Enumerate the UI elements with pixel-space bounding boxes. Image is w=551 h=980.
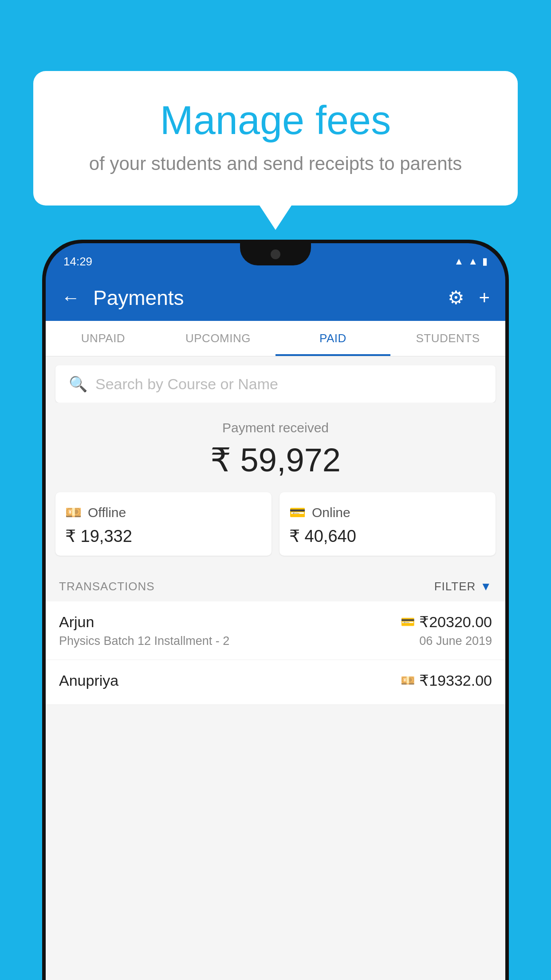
app-bar-actions: ⚙ + xyxy=(448,287,490,308)
offline-card-header: 💴 Offline xyxy=(65,505,262,520)
app-bar: ← Payments ⚙ + xyxy=(46,274,505,321)
online-label: Online xyxy=(312,505,350,520)
payment-cards: 💴 Offline ₹ 19,332 💳 Online ₹ 40,640 xyxy=(46,492,505,569)
transactions-header: TRANSACTIONS FILTER ▼ xyxy=(46,569,505,601)
search-bar[interactable]: 🔍 Search by Course or Name xyxy=(55,365,496,403)
offline-card: 💴 Offline ₹ 19,332 xyxy=(55,492,272,556)
tab-upcoming[interactable]: UPCOMING xyxy=(161,321,276,356)
online-card-header: 💳 Online xyxy=(289,505,486,520)
online-amount: ₹ 40,640 xyxy=(289,526,486,546)
offline-icon: 💴 xyxy=(65,505,82,520)
tabs: UNPAID UPCOMING PAID STUDENTS xyxy=(46,321,505,356)
filter-icon: ▼ xyxy=(480,580,492,593)
transaction-description: Physics Batch 12 Installment - 2 xyxy=(59,634,229,648)
camera xyxy=(271,249,280,259)
transaction-name: Anupriya xyxy=(59,672,118,689)
bubble-subtitle: of your students and send receipts to pa… xyxy=(69,153,482,174)
table-row[interactable]: Arjun 💳 ₹20320.00 Physics Batch 12 Insta… xyxy=(46,601,505,660)
offline-amount: ₹ 19,332 xyxy=(65,526,262,546)
signal-icon: ▲ xyxy=(468,256,478,267)
add-icon[interactable]: + xyxy=(479,287,490,308)
filter-button[interactable]: FILTER ▼ xyxy=(434,580,492,593)
content-area: 🔍 Search by Course or Name Payment recei… xyxy=(46,356,505,980)
tab-students[interactable]: STUDENTS xyxy=(390,321,505,356)
table-row[interactable]: Anupriya 💴 ₹19332.00 xyxy=(46,660,505,705)
tab-paid[interactable]: PAID xyxy=(276,321,390,356)
payment-summary: Payment received ₹ 59,972 xyxy=(46,403,505,492)
status-icons: ▲ ▲ ▮ xyxy=(454,256,488,267)
search-icon: 🔍 xyxy=(69,375,87,393)
settings-icon[interactable]: ⚙ xyxy=(448,287,464,308)
transaction-amount: ₹20320.00 xyxy=(419,613,492,631)
tab-unpaid[interactable]: UNPAID xyxy=(46,321,161,356)
payment-amount: ₹ 59,972 xyxy=(55,441,496,479)
battery-icon: ▮ xyxy=(482,256,488,267)
search-input[interactable]: Search by Course or Name xyxy=(95,375,278,393)
transaction-type-icon: 💳 xyxy=(401,615,415,629)
online-icon: 💳 xyxy=(289,505,306,520)
transactions-label: TRANSACTIONS xyxy=(59,580,155,593)
phone-inner: 14:29 ▲ ▲ ▮ ← Payments ⚙ + UNPAID UPCOMI… xyxy=(46,243,505,980)
transaction-name: Arjun xyxy=(59,613,94,631)
bubble-title: Manage fees xyxy=(69,98,482,143)
offline-label: Offline xyxy=(88,505,126,520)
transaction-amount: ₹19332.00 xyxy=(419,672,492,689)
payment-received-label: Payment received xyxy=(55,420,496,435)
app-bar-title: Payments xyxy=(93,286,434,310)
speech-bubble: Manage fees of your students and send re… xyxy=(33,71,518,205)
status-time: 14:29 xyxy=(63,255,92,269)
transaction-type-icon: 💴 xyxy=(401,674,415,688)
phone-frame: 14:29 ▲ ▲ ▮ ← Payments ⚙ + UNPAID UPCOMI… xyxy=(42,240,509,980)
transaction-date: 06 June 2019 xyxy=(419,634,492,648)
online-card: 💳 Online ₹ 40,640 xyxy=(279,492,496,556)
back-button[interactable]: ← xyxy=(61,287,80,308)
wifi-icon: ▲ xyxy=(454,256,464,267)
